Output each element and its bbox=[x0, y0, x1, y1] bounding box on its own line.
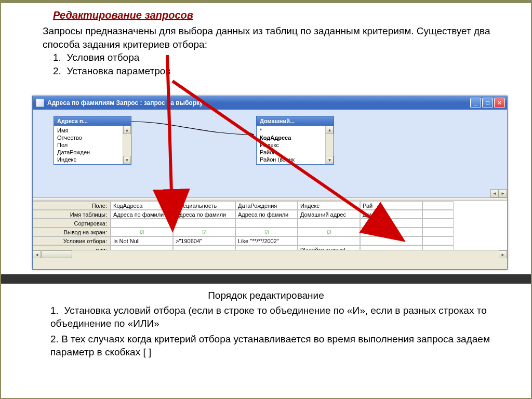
table-cell[interactable]: Адреса по фамили bbox=[111, 210, 173, 219]
scroll-right-icon[interactable]: ► bbox=[499, 250, 507, 258]
field-item[interactable]: ДатаРожден bbox=[54, 149, 123, 156]
sort-cell[interactable] bbox=[111, 219, 173, 228]
sort-cell[interactable] bbox=[235, 219, 298, 228]
scroll-down-icon[interactable]: ▼ bbox=[326, 156, 334, 164]
sort-cell[interactable] bbox=[360, 219, 422, 228]
window-title: Адреса по фамилиям Запрос : запрос на вы… bbox=[47, 99, 469, 107]
upper-hscroll[interactable]: ◄ ► bbox=[33, 189, 507, 197]
show-checkbox[interactable]: ☑ bbox=[111, 228, 173, 236]
slide-title: Редактирование запросов bbox=[1, 3, 531, 24]
relationship-pane[interactable]: Адреса п... Имя Отчество Пол ДатаРожден … bbox=[33, 110, 507, 198]
row-label-field: Поле: bbox=[33, 201, 111, 210]
criteria-cell[interactable] bbox=[422, 236, 454, 245]
show-checkbox[interactable]: ☑ bbox=[298, 228, 360, 236]
show-checkbox[interactable] bbox=[360, 228, 422, 236]
lower-hscroll[interactable]: ◄ ► bbox=[33, 250, 507, 258]
show-checkbox[interactable]: ☑ bbox=[173, 228, 235, 236]
bottom-heading: Порядок редактирование bbox=[1, 287, 531, 301]
show-checkbox[interactable] bbox=[422, 228, 454, 236]
scroll-left-icon[interactable]: ◄ bbox=[33, 250, 41, 258]
row-label-show: Вывод на экран: bbox=[33, 228, 111, 236]
field-item[interactable]: Пол bbox=[54, 141, 123, 149]
field-item[interactable]: * bbox=[257, 127, 325, 134]
design-grid[interactable]: Поле: КодАдреса Специальность ДатаРожден… bbox=[33, 201, 507, 254]
table-cell[interactable] bbox=[422, 210, 454, 219]
decorative-bar bbox=[1, 274, 531, 284]
minimize-button[interactable]: _ bbox=[470, 98, 481, 108]
scroll-thumb[interactable] bbox=[41, 250, 72, 258]
design-grid-pane[interactable]: Поле: КодАдреса Специальность ДатаРожден… bbox=[33, 201, 507, 258]
table-adresa-header[interactable]: Адреса п... bbox=[54, 116, 131, 126]
query-design-window: Адреса по фамилиям Запрос : запрос на вы… bbox=[32, 96, 508, 270]
field-cell[interactable]: Рай bbox=[360, 201, 422, 210]
intro-item-2: 2. Установка параметров bbox=[43, 64, 510, 78]
intro-paragraph: Запросы предназначены для выбора данных … bbox=[43, 24, 510, 51]
criteria-cell[interactable] bbox=[298, 236, 360, 245]
criteria-cell[interactable]: >"190604" bbox=[173, 236, 235, 245]
svg-marker-0 bbox=[250, 132, 254, 137]
intro-item-1: 1. Условия отбора bbox=[43, 51, 510, 64]
bottom-item-2: 2. В тех случаях когда критерий отбора у… bbox=[1, 330, 531, 358]
sort-cell[interactable] bbox=[173, 219, 235, 228]
app-icon bbox=[36, 99, 44, 107]
field-item[interactable]: Имя bbox=[54, 127, 123, 134]
table-cell[interactable]: Домашний адрес bbox=[298, 210, 360, 219]
field-item-key[interactable]: КодАдреса bbox=[257, 134, 325, 141]
scroll-right-icon[interactable]: ► bbox=[499, 189, 507, 197]
field-cell[interactable] bbox=[422, 201, 454, 210]
row-label-table: Имя таблицы: bbox=[33, 210, 111, 219]
field-cell[interactable]: ДатаРождения bbox=[235, 201, 298, 210]
table-cell[interactable]: Адреса по фамили bbox=[173, 210, 235, 219]
bottom-item-1: 1. Установка условий отбора (если в стро… bbox=[1, 301, 531, 330]
field-cell[interactable]: Индекс bbox=[298, 201, 360, 210]
field-cell[interactable]: Специальность bbox=[173, 201, 235, 210]
sort-cell[interactable] bbox=[422, 219, 454, 228]
criteria-cell[interactable]: Like "**/**/2002" bbox=[235, 236, 298, 245]
intro-block: Запросы предназначены для выбора данных … bbox=[1, 24, 531, 78]
row-label-criteria: Условие отбора: bbox=[33, 236, 111, 245]
scroll-up-icon[interactable]: ▲ bbox=[326, 126, 334, 134]
titlebar[interactable]: Адреса по фамилиям Запрос : запрос на вы… bbox=[33, 96, 507, 110]
field-item[interactable]: Индекс bbox=[54, 156, 123, 163]
relationship-line bbox=[131, 120, 256, 141]
table-cell[interactable]: Адреса по фамили bbox=[235, 210, 298, 219]
table-domashniy-fields[interactable]: * КодАдреса Индекс Район Район (военк bbox=[257, 126, 325, 164]
maximize-button[interactable]: □ bbox=[482, 98, 493, 108]
row-label-sort: Сортировка: bbox=[33, 219, 111, 228]
scrollbar-vertical[interactable]: ▲ ▼ bbox=[123, 126, 131, 164]
table-domashniy[interactable]: Домашний... * КодАдреса Индекс Район Рай… bbox=[256, 116, 334, 165]
field-item[interactable]: Индекс bbox=[257, 141, 325, 149]
field-cell[interactable]: КодАдреса bbox=[111, 201, 173, 210]
table-adresa[interactable]: Адреса п... Имя Отчество Пол ДатаРожден … bbox=[54, 116, 131, 165]
criteria-cell[interactable]: Is Not Null bbox=[111, 236, 173, 245]
field-item[interactable]: Отчество bbox=[54, 134, 123, 141]
scroll-down-icon[interactable]: ▼ bbox=[123, 156, 131, 164]
scroll-up-icon[interactable]: ▲ bbox=[123, 126, 131, 134]
sort-cell[interactable] bbox=[298, 219, 360, 228]
field-item[interactable]: Район bbox=[257, 149, 325, 156]
close-button[interactable]: × bbox=[494, 98, 505, 108]
table-adresa-fields[interactable]: Имя Отчество Пол ДатаРожден Индекс bbox=[54, 126, 123, 164]
scrollbar-vertical[interactable]: ▲ ▼ bbox=[325, 126, 334, 164]
show-checkbox[interactable]: ☑ bbox=[235, 228, 298, 236]
criteria-cell[interactable] bbox=[360, 236, 422, 245]
scroll-left-icon[interactable]: ◄ bbox=[490, 189, 499, 197]
table-domashniy-header[interactable]: Домашний... bbox=[257, 116, 334, 126]
field-item[interactable]: Район (военк bbox=[257, 156, 325, 163]
table-cell[interactable]: Дом bbox=[360, 210, 422, 219]
